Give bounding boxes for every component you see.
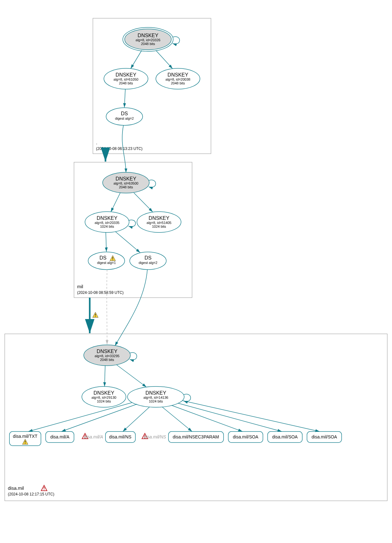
edge-zsk2-a — [61, 404, 137, 432]
zone-disa-timestamp: (2024-10-08 12:17:15 UTC) — [8, 492, 54, 496]
svg-text:disa.mil/A: disa.mil/A — [50, 434, 70, 439]
edge-disaksk-zsk2 — [116, 365, 146, 387]
svg-text:DNSKEY: DNSKEY — [116, 176, 136, 181]
svg-text:disa.mil/SOA: disa.mil/SOA — [312, 434, 338, 439]
edge-milzsk1-self — [128, 220, 136, 226]
rr-a-faded: disa.mil/A — [84, 434, 103, 439]
zone-root-timestamp: (2024-10-08 06:13:23 UTC) — [96, 146, 142, 151]
svg-text:disa.mil/TXT: disa.mil/TXT — [13, 434, 37, 439]
edge-disaksk-self — [130, 352, 137, 360]
edge-zsk2-ns — [123, 407, 150, 432]
edge-milksk-zsk1 — [111, 193, 120, 212]
svg-text:disa.mil/SOA: disa.mil/SOA — [233, 434, 259, 439]
svg-text:alg=8, id=29130: alg=8, id=29130 — [92, 396, 116, 399]
svg-text:alg=8, id=51405: alg=8, id=51405 — [147, 221, 172, 225]
svg-text:disa.mil/NSEC3PARAM: disa.mil/NSEC3PARAM — [173, 434, 219, 439]
svg-text:1024 bits: 1024 bits — [100, 225, 114, 228]
edge-zsk2-txt — [28, 403, 132, 432]
svg-text:1024 bits: 1024 bits — [152, 225, 166, 228]
svg-text:2048 bits: 2048 bits — [171, 81, 185, 85]
svg-text:DS: DS — [99, 255, 106, 260]
svg-text:disa.mil/SOA: disa.mil/SOA — [272, 434, 298, 439]
edge-zsk2-soa3 — [183, 401, 320, 432]
edge-root-ksk-self — [173, 37, 180, 44]
svg-text:DNSKEY: DNSKEY — [97, 215, 117, 221]
zone-root-label: . — [96, 140, 97, 145]
rr-ns-faded: disa.mil/NS — [144, 434, 166, 439]
svg-text:digest alg=2: digest alg=2 — [115, 117, 134, 120]
svg-text:alg=8, id=14136: alg=8, id=14136 — [144, 396, 168, 399]
svg-text:digest alg=2: digest alg=2 — [139, 261, 157, 265]
svg-text:2048 bits: 2048 bits — [119, 81, 133, 85]
svg-text:alg=8, id=20335: alg=8, id=20335 — [95, 221, 120, 225]
svg-text:1024 bits: 1024 bits — [97, 399, 111, 403]
svg-text:DNSKEY: DNSKEY — [116, 72, 136, 77]
svg-text:alg=8, id=61050: alg=8, id=61050 — [114, 77, 139, 81]
svg-text:DS: DS — [145, 255, 151, 260]
svg-text:2048 bits: 2048 bits — [119, 185, 133, 189]
svg-text:disa.mil/NS: disa.mil/NS — [109, 434, 132, 439]
edge-zsk2-soa2 — [178, 403, 282, 432]
edge-milksk-self — [149, 180, 156, 187]
edge-milds2-disaksk — [115, 270, 147, 346]
edge-zsk2-nsec — [162, 407, 192, 432]
edge-milds1-disaksk — [107, 270, 107, 344]
dnssec-diagram: . (2024-10-08 06:13:23 UTC) DNSKEY alg=8… — [0, 0, 392, 543]
edge-zsk2-soa1 — [172, 405, 242, 432]
svg-text:DNSKEY: DNSKEY — [94, 390, 114, 396]
svg-text:DNSKEY: DNSKEY — [168, 72, 188, 77]
edge-disaksk-zsk1 — [105, 366, 105, 386]
node-root-ksk-title: DNSKEY — [138, 33, 158, 38]
svg-text:digest alg=1: digest alg=1 — [97, 261, 116, 265]
error-icon — [41, 485, 47, 491]
edge-rootksk-zsk1 — [131, 50, 142, 69]
edge-milksk-zsk2 — [134, 193, 153, 212]
edge-milzsk1-ds1 — [106, 232, 106, 252]
svg-text:1024 bits: 1024 bits — [149, 399, 163, 403]
svg-text:alg=8, id=63500: alg=8, id=63500 — [114, 181, 139, 185]
edge-milzsk1-ds2 — [115, 231, 140, 253]
edge-disazsk2-self — [184, 394, 191, 401]
zone-mil-timestamp: (2024-10-08 08:58:59 UTC) — [77, 290, 123, 295]
svg-text:DNSKEY: DNSKEY — [149, 215, 169, 221]
node-root-ksk-l2: 2048 bits — [141, 42, 155, 46]
svg-text:DNSKEY: DNSKEY — [97, 349, 117, 354]
zone-mil-label: mil — [77, 284, 83, 289]
zone-disa-box — [5, 334, 387, 501]
svg-text:2048 bits: 2048 bits — [100, 358, 114, 362]
warn-icon — [93, 312, 98, 317]
node-root-ksk-l1: alg=8, id=20326 — [136, 38, 161, 42]
svg-text:alg=8, id=33295: alg=8, id=33295 — [95, 354, 120, 358]
svg-text:DNSKEY: DNSKEY — [145, 390, 166, 396]
svg-text:alg=8, id=20038: alg=8, id=20038 — [166, 77, 190, 81]
zone-disa-label: disa.mil — [8, 485, 24, 491]
svg-text:DS: DS — [121, 111, 128, 116]
edge-rootksk-zsk2 — [156, 50, 173, 69]
edge-rootzsk1-ds — [124, 89, 125, 107]
